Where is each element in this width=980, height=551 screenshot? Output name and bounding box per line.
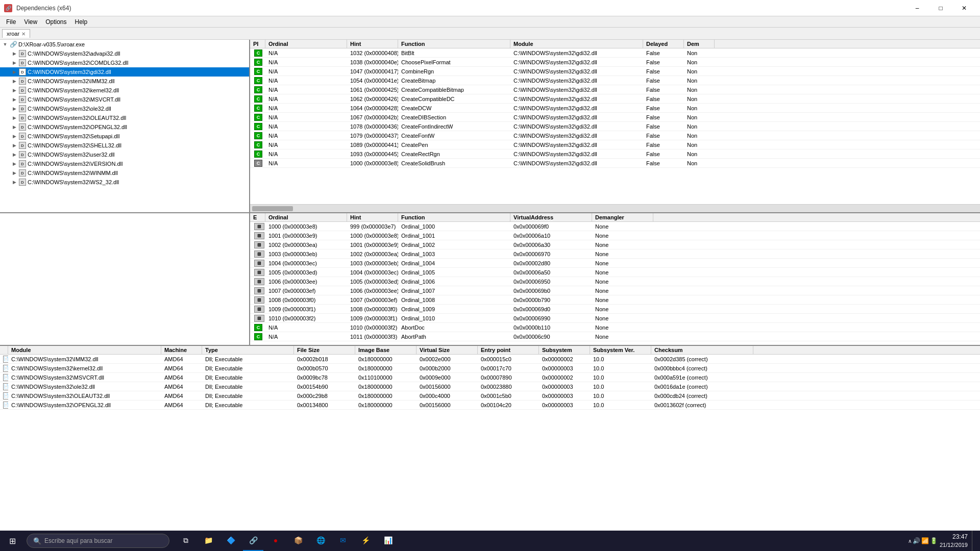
tree-expand-icon[interactable]: ▼ <box>1 40 9 48</box>
menu-help[interactable]: Help <box>71 17 92 27</box>
header-delayed[interactable]: Delayed <box>643 40 684 48</box>
menu-view[interactable]: View <box>20 17 41 27</box>
table-row[interactable]: C N/A 1038 (0x0000040e) ChoosePixelForma… <box>250 58 980 67</box>
taskbar-taskview[interactable]: ⧉ <box>176 531 196 551</box>
tray-battery-icon[interactable]: 🔋 <box>930 537 938 544</box>
table-row[interactable]: C N/A 1011 (0x000003f3) AbortPath 0x0x00… <box>250 332 980 341</box>
table-row[interactable]: ⊞ 1003 (0x000003eb) 1002 (0x000003ea) Or… <box>250 249 980 259</box>
tree-expand-icon[interactable]: ▶ <box>10 95 18 104</box>
table-row[interactable]: 📄 C:\WINDOWS\system32\kernel32.dll AMD64… <box>0 364 980 373</box>
header-filesize[interactable]: File Size <box>294 346 355 354</box>
header-demangler[interactable]: Demangler <box>592 213 653 221</box>
taskbar-dependencies[interactable]: 🔗 <box>243 531 263 551</box>
menu-file[interactable]: File <box>2 17 20 27</box>
table-row[interactable]: ⊞ 1005 (0x000003ed) 1004 (0x000003ec) Or… <box>250 268 980 277</box>
menu-options[interactable]: Options <box>41 17 70 27</box>
taskbar-app2[interactable]: 🔷 <box>220 531 241 551</box>
table-row[interactable]: C N/A 1079 (0x00000437) CreateFontW C:\W… <box>250 131 980 140</box>
tree-item-setupapi[interactable]: ▶ D C:\WINDOWS\system32\Setupapi.dll <box>0 132 249 141</box>
tree-expand-icon[interactable]: ▶ <box>10 123 18 131</box>
tree-expand-icon[interactable]: ▶ <box>10 132 18 140</box>
table-row[interactable]: C N/A 1032 (0x00000408) BitBlt C:\WINDOW… <box>250 48 980 58</box>
close-button[interactable]: ✕ <box>952 0 976 16</box>
header-module[interactable]: Module <box>510 40 643 48</box>
table-row[interactable]: ⊞ 1001 (0x000003e9) 1000 (0x000003e8) Or… <box>250 231 980 240</box>
table-row[interactable]: C N/A 1061 (0x00000425) CreateCompatible… <box>250 85 980 94</box>
table-row[interactable]: 📄 C:\WINDOWS\system32\OPENGL32.dll AMD64… <box>0 400 980 410</box>
table-row[interactable]: 📄 C:\WINDOWS\system32\ole32.dll AMD64 Dl… <box>0 382 980 391</box>
tree-expand-icon[interactable]: ▶ <box>10 178 18 186</box>
taskbar-app4[interactable]: ● <box>265 531 286 551</box>
tree-item-root[interactable]: ▼ 🔗 D:\XRoar-v035.5\xroar.exe <box>0 40 249 49</box>
tree-item-comdlg32[interactable]: ▶ D C:\WINDOWS\system32\COMDLG32.dll <box>0 58 249 67</box>
table-row[interactable]: ⊞ 1007 (0x000003ef) 1006 (0x000003ee) Or… <box>250 286 980 295</box>
header-hint[interactable]: Hint <box>347 40 398 48</box>
table-row[interactable]: C N/A 1064 (0x00000428) CreateDCW C:\WIN… <box>250 104 980 113</box>
tree-expand-icon[interactable]: ▶ <box>10 114 18 122</box>
tree-item-ole32[interactable]: ▶ D C:\WINDOWS\system32\ole32.dll <box>0 104 249 113</box>
table-row[interactable]: ⊞ 1006 (0x000003ee) 1005 (0x000003ed) Or… <box>250 277 980 286</box>
tree-expand-icon[interactable]: ▶ <box>10 59 18 67</box>
header-ordinal2[interactable]: Ordinal <box>265 213 347 221</box>
header-machine[interactable]: Machine <box>161 346 202 354</box>
tree-item-user32[interactable]: ▶ D C:\WINDOWS\system32\user32.dll <box>0 150 249 159</box>
header-subsysver[interactable]: Subsystem Ver. <box>590 346 651 354</box>
table-row[interactable]: C N/A 1089 (0x00000441) CreatePen C:\WIN… <box>250 140 980 149</box>
header-icon[interactable] <box>0 346 8 354</box>
tab-xroar[interactable]: xroar ✕ <box>2 29 30 38</box>
table-row[interactable]: C N/A 1078 (0x00000436) CreateFontIndire… <box>250 122 980 131</box>
taskbar-chrome[interactable]: 🌐 <box>310 531 331 551</box>
header-checksum[interactable]: Checksum <box>651 346 753 354</box>
table-row[interactable]: 📄 C:\WINDOWS\system32\OLEAUT32.dll AMD64… <box>0 391 980 400</box>
tray-clock[interactable]: 23:47 21/12/2019 <box>940 533 968 549</box>
table-row[interactable]: C N/A 1054 (0x0000041e) CreateBitmap C:\… <box>250 76 980 85</box>
header-dem[interactable]: Dem <box>684 40 715 48</box>
header-ordinal[interactable]: Ordinal <box>265 40 347 48</box>
tree-expand-icon[interactable]: ▶ <box>10 151 18 159</box>
tree-item-kernel32[interactable]: ▶ D C:\WINDOWS\system32\kernel32.dll <box>0 86 249 95</box>
taskbar-app8[interactable]: 📊 <box>378 531 398 551</box>
header-virtsize[interactable]: Virtual Size <box>416 346 478 354</box>
table-row[interactable]: 📄 C:\WINDOWS\system32\MSVCRT.dll AMD64 D… <box>0 373 980 382</box>
table-row[interactable]: ⊞ 1009 (0x000003f1) 1008 (0x000003f0) Or… <box>250 305 980 314</box>
table-row[interactable]: C N/A 1093 (0x00000445) CreateRectRgn C:… <box>250 149 980 159</box>
table-row[interactable]: ⊞ 1000 (0x000003e8) 999 (0x000003e7) Ord… <box>250 222 980 231</box>
table-row[interactable]: 📄 C:\WINDOWS\system32\IMM32.dll AMD64 Dl… <box>0 355 980 364</box>
tree-item-shell32[interactable]: ▶ D C:\WINDOWS\system32\SHELL32.dll <box>0 141 249 150</box>
header-imgbase[interactable]: Image Base <box>355 346 416 354</box>
tree-expand-icon[interactable]: ▶ <box>10 49 18 58</box>
tree-item-gdi32[interactable]: ▶ D C:\WINDOWS\system32\gdi32.dll <box>0 67 249 77</box>
tree-expand-icon[interactable]: ▶ <box>10 169 18 177</box>
table-row[interactable]: C N/A 1067 (0x0000042b) CreateDIBSection… <box>250 113 980 122</box>
table-row[interactable]: ⊞ 1010 (0x000003f2) 1009 (0x000003f1) Or… <box>250 314 980 323</box>
taskbar-app6[interactable]: ✉ <box>333 531 353 551</box>
header-hint2[interactable]: Hint <box>347 213 398 221</box>
tray-up-icon[interactable]: ∧ <box>908 538 912 544</box>
taskbar-search-box[interactable]: 🔍 Escribe aquí para buscar <box>27 534 169 548</box>
header-type[interactable]: Type <box>202 346 294 354</box>
header-function2[interactable]: Function <box>398 213 510 221</box>
tree-expand-icon[interactable]: ▶ <box>10 68 18 76</box>
header-subsys[interactable]: Subsystem <box>539 346 590 354</box>
tree-expand-icon[interactable]: ▶ <box>10 105 18 113</box>
tree-item-ws2-32[interactable]: ▶ D C:\WINDOWS\system32\WS2_32.dll <box>0 178 249 187</box>
taskbar-app5[interactable]: 📦 <box>288 531 308 551</box>
header-ep[interactable]: Entry point <box>478 346 539 354</box>
table-row[interactable]: ⊞ 1002 (0x000003ea) 1001 (0x000003e9) Or… <box>250 240 980 249</box>
table-row[interactable]: C N/A 1047 (0x00000417) CombineRgn C:\WI… <box>250 67 980 76</box>
maximize-button[interactable]: □ <box>929 0 952 16</box>
header-va[interactable]: VirtualAddress <box>510 213 592 221</box>
table-row[interactable]: ⊞ 1008 (0x000003f0) 1007 (0x000003ef) Or… <box>250 295 980 305</box>
tree-item-version[interactable]: ▶ D C:\WINDOWS\system32\VERSION.dll <box>0 159 249 168</box>
table-row[interactable]: C N/A 1010 (0x000003f2) AbortDoc 0x0x000… <box>250 323 980 332</box>
header-function[interactable]: Function <box>398 40 510 48</box>
tree-item-opengl32[interactable]: ▶ D C:\WINDOWS\system32\OPENGL32.dll <box>0 122 249 132</box>
tree-expand-icon[interactable]: ▶ <box>10 86 18 94</box>
tree-item-imm32[interactable]: ▶ D C:\WINDOWS\system32\IMM32.dll <box>0 77 249 86</box>
tray-network-icon[interactable]: 📶 <box>921 537 929 544</box>
header-module-col[interactable]: Module <box>8 346 161 354</box>
tree-expand-icon[interactable]: ▶ <box>10 160 18 168</box>
tray-volume-icon[interactable]: 🔊 <box>913 537 920 544</box>
table-row[interactable]: ⊞ 1004 (0x000003ec) 1003 (0x000003eb) Or… <box>250 259 980 268</box>
tree-item-winmm[interactable]: ▶ D C:\WINDOWS\system32\WINMM.dll <box>0 168 249 178</box>
